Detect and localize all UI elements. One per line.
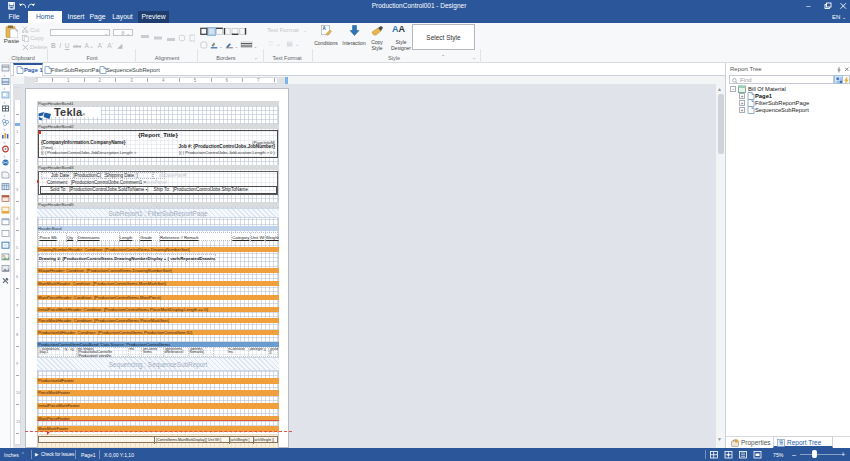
svg-text:⌄: ⌄: [254, 44, 258, 49]
svg-text:⌄: ⌄: [235, 44, 239, 49]
svg-text:›: ›: [4, 126, 6, 132]
svg-text:›: ›: [4, 139, 6, 145]
svg-text:⌄: ⌄: [219, 44, 223, 49]
svg-text:›: ›: [4, 99, 6, 105]
svg-text:›: ›: [4, 153, 6, 159]
svg-text:›: ›: [4, 85, 6, 91]
svg-text:›: ›: [4, 72, 6, 78]
svg-text:›: ›: [4, 112, 6, 118]
